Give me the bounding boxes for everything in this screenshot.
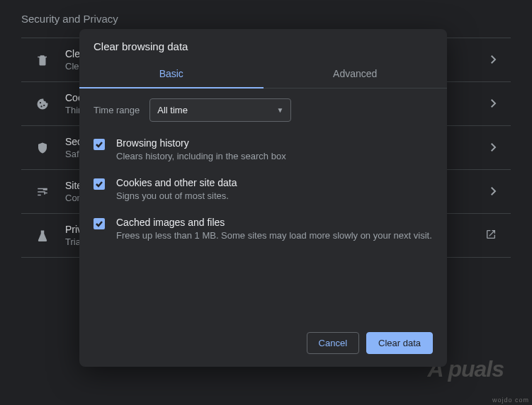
watermark-source: wojdo com: [492, 397, 529, 404]
time-range-label: Time range: [94, 105, 140, 115]
check-sub: Frees up less than 1 MB. Some sites may …: [116, 229, 432, 242]
clear-data-button[interactable]: Clear data: [366, 332, 433, 354]
external-link-icon: [485, 229, 497, 243]
check-title: Cookies and other site data: [116, 177, 237, 188]
cancel-button[interactable]: Cancel: [307, 332, 359, 354]
chevron-right-icon: [491, 142, 497, 154]
trash-icon: [35, 53, 50, 67]
dialog-tabs: Basic Advanced: [79, 59, 447, 89]
chevron-right-icon: [491, 186, 497, 198]
dialog-footer: Cancel Clear data: [79, 322, 447, 367]
check-text: Browsing history Clears history, includi…: [116, 137, 286, 163]
caret-down-icon: ▼: [276, 106, 283, 114]
chevron-right-icon: [491, 98, 497, 110]
clear-browsing-data-dialog: Clear browsing data Basic Advanced Time …: [79, 29, 447, 367]
check-sub: Signs you out of most sites.: [116, 190, 237, 202]
sliders-icon: [35, 185, 50, 199]
cookie-icon: [35, 97, 50, 111]
check-title: Browsing history: [116, 137, 286, 149]
time-range-select[interactable]: All time ▼: [149, 98, 291, 122]
dialog-title: Clear browsing data: [79, 29, 447, 59]
time-range-row: Time range All time ▼: [94, 98, 433, 122]
shield-icon: [35, 141, 50, 155]
check-title: Cached images and files: [116, 217, 432, 228]
tab-basic[interactable]: Basic: [79, 59, 264, 88]
check-item-cache: Cached images and files Frees up less th…: [94, 217, 433, 242]
checkbox-cache[interactable]: [94, 218, 105, 229]
check-text: Cached images and files Frees up less th…: [116, 217, 432, 242]
tab-advanced[interactable]: Advanced: [264, 59, 448, 88]
time-range-value: All time: [157, 105, 188, 115]
checkbox-browsing-history[interactable]: [94, 139, 105, 150]
page-title: Security and Privacy: [21, 13, 511, 25]
check-sub: Clears history, including in the search …: [116, 150, 286, 163]
check-item-cookies: Cookies and other site data Signs you ou…: [94, 177, 433, 202]
check-item-browsing-history: Browsing history Clears history, includi…: [94, 137, 433, 163]
chevron-right-icon: [491, 54, 497, 67]
check-text: Cookies and other site data Signs you ou…: [116, 177, 237, 202]
checkbox-cookies[interactable]: [94, 178, 105, 190]
flask-icon: [35, 229, 50, 243]
dialog-body: Time range All time ▼ Browsing history C…: [79, 89, 447, 322]
